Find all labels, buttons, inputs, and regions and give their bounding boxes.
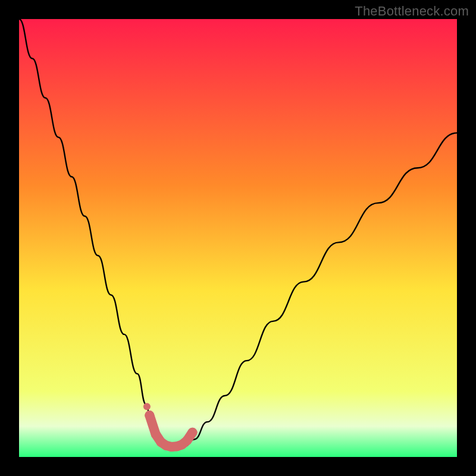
chart-frame: TheBottleneck.com xyxy=(0,0,476,476)
gradient-background xyxy=(19,19,457,457)
watermark-text: TheBottleneck.com xyxy=(355,4,469,19)
bottleneck-marker-point xyxy=(183,436,192,445)
bottleneck-marker-point xyxy=(145,411,154,420)
chart-svg xyxy=(19,19,457,457)
bottleneck-marker-dot xyxy=(143,403,151,410)
bottleneck-marker-point xyxy=(187,428,197,437)
plot-area xyxy=(19,19,457,457)
bottleneck-marker-point xyxy=(151,430,161,439)
